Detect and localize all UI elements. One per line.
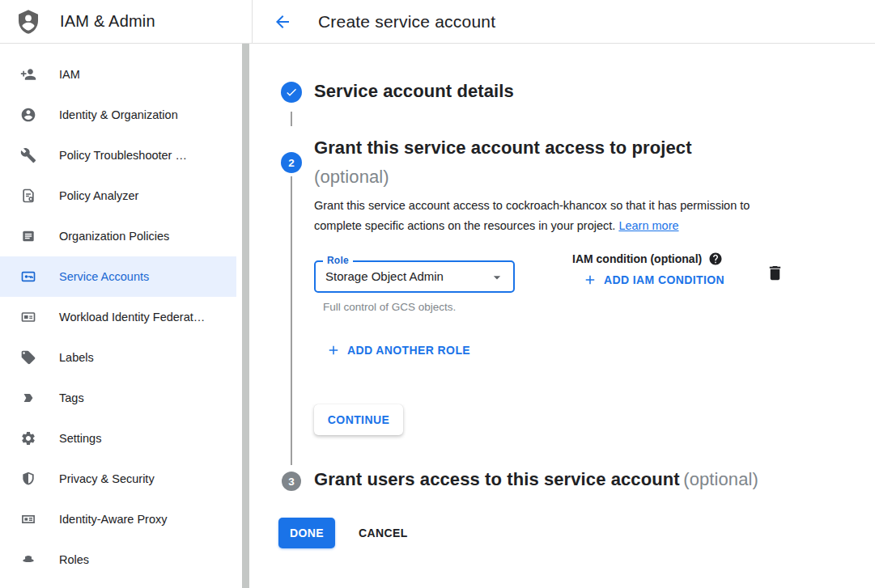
step3-title: Grant users access to this service accou…: [314, 469, 680, 489]
add-iam-condition-button[interactable]: ADD IAM CONDITION: [583, 273, 724, 287]
add-another-role-button[interactable]: ADD ANOTHER ROLE: [326, 343, 470, 357]
add-another-role-label: ADD ANOTHER ROLE: [347, 344, 470, 357]
continue-button[interactable]: CONTINUE: [314, 404, 403, 435]
header-main: Create service account: [252, 0, 875, 43]
sidebar-item-policy-troubleshooter[interactable]: Policy Troubleshooter …: [0, 135, 236, 176]
gear-icon: [20, 430, 36, 446]
sidebar-item-tags[interactable]: Tags: [0, 378, 236, 418]
wrench-icon: [20, 147, 36, 163]
sidebar-item-label: Policy Troubleshooter …: [59, 149, 187, 162]
step2-description: Grant this service account access to coc…: [314, 196, 796, 236]
step2-description-text: Grant this service account access to coc…: [314, 199, 750, 232]
back-arrow-icon[interactable]: [273, 12, 292, 32]
iam-condition-label-row: IAM condition (optional): [572, 252, 723, 266]
step3-optional-label: (optional): [683, 469, 758, 489]
shield-half-icon: [20, 471, 36, 487]
sidebar-item-settings[interactable]: Settings: [0, 418, 236, 459]
sidebar-item-label: Service Accounts: [59, 270, 149, 283]
sidebar-item-label: Organization Policies: [59, 230, 169, 243]
step3-heading: Grant users access to this service accou…: [314, 469, 758, 490]
sidebar-item-service-accounts[interactable]: Service Accounts: [0, 256, 236, 297]
policy-analyzer-icon: [20, 188, 36, 204]
done-button[interactable]: DONE: [278, 518, 335, 548]
step1-title: Service account details: [314, 81, 514, 102]
identity-person-icon: [20, 107, 36, 123]
sidebar-item-labels[interactable]: Labels: [0, 337, 236, 378]
workload-identity-icon: [20, 309, 36, 325]
step-connector: [291, 176, 292, 465]
role-helper-text: Full control of GCS objects.: [323, 301, 456, 313]
sidebar-item-identity-organization[interactable]: Identity & Organization: [0, 95, 236, 135]
step1-completed-check-icon: [281, 82, 302, 103]
sidebar-nav: IAMIdentity & OrganizationPolicy Trouble…: [0, 44, 252, 580]
step-connector: [291, 112, 292, 126]
sidebar-item-label: Labels: [59, 351, 94, 364]
plus-icon: [326, 343, 341, 357]
step2-heading: Grant this service account access to pro…: [314, 134, 692, 191]
header-left: IAM & Admin: [0, 0, 252, 43]
role-select[interactable]: Role Storage Object Admin: [314, 260, 515, 293]
sidebar-item-workload-identity-federat[interactable]: Workload Identity Federat…: [0, 297, 236, 337]
cancel-button[interactable]: CANCEL: [350, 518, 416, 548]
role-selected-value: Storage Object Admin: [325, 269, 444, 283]
person-add-icon: [20, 66, 36, 82]
sidebar-item-label: Identity-Aware Proxy: [59, 513, 168, 526]
sidebar-item-privacy-security[interactable]: Privacy & Security: [0, 459, 236, 499]
step2-optional-label: (optional): [314, 163, 692, 191]
learn-more-link[interactable]: Learn more: [618, 219, 678, 232]
sidebar-item-label: Policy Analyzer: [59, 189, 138, 202]
label-icon: [20, 349, 36, 366]
sidebar-item-label: Workload Identity Federat…: [59, 311, 205, 324]
org-policies-icon: [20, 228, 36, 244]
sidebar-item-label: IAM: [59, 68, 80, 81]
service-accounts-icon: [20, 269, 36, 285]
roles-hat-icon: [20, 552, 36, 568]
sidebar-item-iam[interactable]: IAM: [0, 54, 236, 95]
top-header: IAM & Admin Create service account: [0, 0, 875, 44]
app-window: IAM & Admin Create service account IAMId…: [0, 0, 875, 588]
sidebar-item-policy-analyzer[interactable]: Policy Analyzer: [0, 176, 236, 216]
delete-role-trash-icon[interactable]: [766, 264, 784, 282]
sidebar-scrollbar[interactable]: [242, 44, 249, 588]
role-field-label: Role: [323, 255, 353, 266]
sidebar-item-label: Roles: [59, 553, 89, 566]
iam-condition-label: IAM condition (optional): [572, 252, 702, 265]
step3-number-badge: 3: [282, 472, 301, 491]
main-content: Service account details 2 Grant this ser…: [252, 44, 875, 588]
sidebar-item-label: Privacy & Security: [59, 472, 155, 485]
app-title: IAM & Admin: [60, 12, 155, 31]
page-title: Create service account: [318, 12, 495, 32]
iam-admin-shield-icon: [15, 9, 41, 35]
sidebar-item-roles[interactable]: Roles: [0, 539, 236, 580]
sidebar-item-organization-policies[interactable]: Organization Policies: [0, 216, 236, 256]
sidebar-item-identity-aware-proxy[interactable]: Identity-Aware Proxy: [0, 499, 236, 539]
sidebar: IAMIdentity & OrganizationPolicy Trouble…: [0, 44, 252, 588]
tag-icon: [20, 390, 36, 406]
step2-number-badge: 2: [281, 152, 302, 173]
add-iam-condition-label: ADD IAM CONDITION: [604, 273, 724, 286]
chevron-down-icon[interactable]: [489, 269, 505, 286]
sidebar-item-label: Settings: [59, 432, 101, 445]
iap-icon: [20, 511, 36, 527]
sidebar-item-label: Identity & Organization: [59, 108, 178, 121]
help-icon[interactable]: [708, 252, 723, 266]
step2-title: Grant this service account access to pro…: [314, 137, 692, 158]
sidebar-item-label: Tags: [59, 391, 84, 404]
plus-icon: [583, 273, 597, 287]
